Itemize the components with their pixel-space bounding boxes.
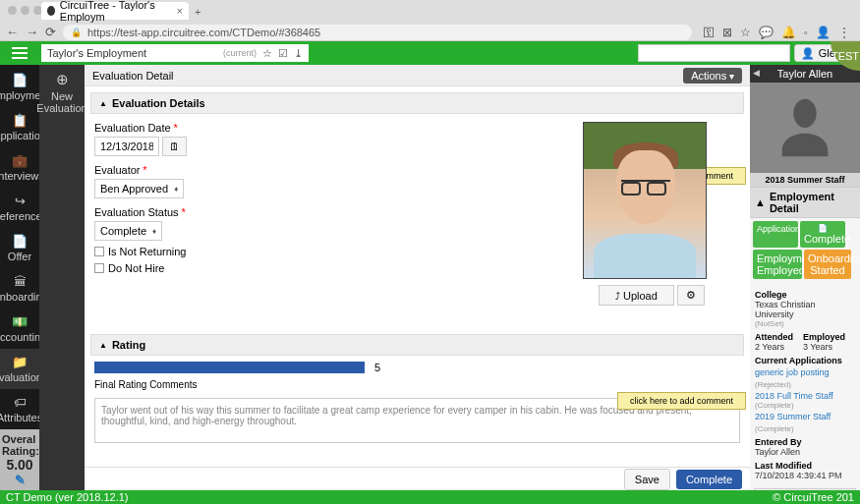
folder-icon: 📁: [12, 355, 28, 369]
rating-value: 5: [374, 362, 380, 373]
chat-icon[interactable]: 💬: [759, 26, 774, 39]
status-cards: Application 📄 Complete EmploymentEmploye…: [750, 218, 860, 282]
label-curapps: Current Applications: [755, 356, 855, 365]
link-app3[interactable]: 2019 Summer Staff: [755, 412, 831, 421]
translate-icon[interactable]: ⊠: [722, 26, 732, 39]
card-employment[interactable]: EmploymentEmployed: [753, 250, 802, 279]
actions-dropdown[interactable]: Actions ▾: [683, 68, 742, 84]
link-app2[interactable]: 2018 Full Time Staff: [755, 391, 833, 401]
lock-icon: 🔒: [71, 28, 82, 37]
label-college: College: [755, 290, 855, 300]
forward-icon[interactable]: →: [26, 25, 38, 39]
label-employed: Employed: [803, 332, 845, 342]
url-toolbar: ← → ⟳ 🔒 https://test-app.circuitree.com/…: [0, 23, 860, 41]
checkbox-icon: [94, 247, 104, 256]
staff-label: 2018 Summer Staff: [750, 173, 860, 187]
main-panel: Evaluation Detail Actions ▾ ▲ Evaluation…: [85, 65, 750, 490]
avatar: [750, 83, 860, 173]
app-footer: CT Demo (ver 2018.12.1) © CircuiTree 201: [0, 490, 860, 504]
url-text: https://test-app.circuitree.com/CTDemo/#…: [87, 27, 320, 38]
bank-icon: 🏛: [14, 274, 27, 289]
nav-onboarding[interactable]: 🏛Onboarding: [0, 268, 39, 308]
download-icon[interactable]: ⤓: [294, 47, 303, 60]
nav-accounting[interactable]: 💵Accounting: [0, 308, 39, 349]
breadcrumb-current: (current): [223, 48, 257, 58]
nav-application[interactable]: 📋Application: [0, 107, 39, 147]
right-panel: ◀ Taylor Allen 2018 Summer Staff ▲Employ…: [750, 65, 860, 490]
key-icon[interactable]: ⚿: [703, 26, 715, 39]
favorite-icon[interactable]: ☆: [262, 47, 272, 60]
value-college: Texas Christian University: [755, 300, 855, 319]
sub-rail: ⊕ New Evaluation: [39, 65, 85, 490]
back-icon[interactable]: ←: [6, 25, 19, 39]
rating-bar: 5: [94, 362, 740, 373]
calendar-icon: 🗓: [169, 140, 180, 152]
card-application[interactable]: Application: [753, 221, 798, 248]
close-tab-icon[interactable]: ×: [177, 5, 183, 17]
card-app-status: 📄 Complete: [800, 221, 845, 248]
person-name: Taylor Allen: [777, 68, 832, 80]
complete-button[interactable]: Complete: [676, 470, 742, 489]
select-arrow-icon: ♦: [174, 185, 178, 194]
value-attended: 2 Years: [755, 342, 793, 352]
info-block: College Texas Christian University (NotS…: [750, 282, 860, 484]
global-search-input[interactable]: [638, 44, 790, 62]
overall-rating: Overal Rating: 5.00 ✎: [0, 429, 39, 491]
tab-title: CircuiTree - Taylor's Employm: [60, 0, 172, 23]
apps-icon[interactable]: ◦: [804, 26, 808, 39]
star-icon[interactable]: ☆: [740, 26, 751, 39]
rating-fill: [94, 362, 365, 373]
nav-interviews[interactable]: 💼Interviews: [0, 147, 39, 188]
page-header: Evaluation Detail Actions ▾: [85, 65, 750, 86]
reload-icon[interactable]: ⟳: [45, 25, 56, 39]
select-arrow-icon: ♦: [152, 227, 156, 236]
upload-button[interactable]: ⤴ Upload: [599, 285, 674, 306]
evaluator-select[interactable]: Ben Approved♦: [94, 179, 184, 198]
section-evaluation-details[interactable]: ▲ Evaluation Details: [90, 92, 744, 114]
label-enteredby: Entered By: [755, 437, 855, 447]
nav-attributes[interactable]: 🏷Attributes: [0, 389, 39, 429]
traffic-lights: [8, 6, 42, 15]
clip-icon: 📋: [12, 113, 28, 128]
emp-detail-bar[interactable]: ▲Employment Detail: [750, 187, 860, 218]
briefcase-icon: 💼: [12, 153, 28, 168]
employee-photo: [583, 122, 707, 279]
sub-new-evaluation[interactable]: ⊕ New Evaluation: [39, 65, 85, 120]
nav-evaluations[interactable]: 📁Evaluations: [0, 349, 39, 389]
browser-tab[interactable]: CircuiTree - Taylor's Employm ×: [41, 2, 189, 20]
photo-block: ⤴ Upload ⚙: [583, 122, 720, 306]
nav-references[interactable]: ↪References: [0, 188, 39, 228]
hamburger-icon[interactable]: [0, 41, 39, 65]
avatar-icon[interactable]: 👤: [816, 26, 831, 39]
nav-offer[interactable]: 📄Offer: [0, 228, 39, 268]
tag-icon: 🏷: [14, 395, 27, 410]
share-icon: ↪: [15, 194, 26, 208]
breadcrumb: Taylor's Employment (current) ☆ ☑ ⤓: [41, 44, 309, 62]
notif-icon[interactable]: 🔔: [781, 26, 796, 39]
label-comments: Final Rating Comments: [94, 379, 740, 390]
url-bar[interactable]: 🔒 https://test-app.circuitree.com/CTDemo…: [63, 25, 692, 40]
status-select[interactable]: Complete♦: [94, 221, 162, 241]
rating-track[interactable]: [94, 362, 365, 373]
checkbox-icon: [94, 263, 104, 273]
link-app1[interactable]: generic job posting: [755, 367, 830, 377]
card-onboarding[interactable]: OnboardingStarted: [804, 250, 851, 279]
calendar-button[interactable]: 🗓: [162, 137, 187, 156]
edit-icon[interactable]: ☑: [278, 47, 288, 60]
section-rating[interactable]: ▲ Rating: [90, 334, 744, 356]
breadcrumb-title: Taylor's Employment: [47, 47, 146, 59]
eval-date-input[interactable]: [94, 137, 159, 156]
new-tab-button[interactable]: +: [195, 6, 201, 18]
save-button[interactable]: Save: [624, 469, 670, 490]
value-employed: 3 Years: [803, 342, 845, 352]
menu-icon[interactable]: ⋮: [838, 26, 850, 39]
app-header: Taylor's Employment (current) ☆ ☑ ⤓ 👤 Gl…: [0, 41, 860, 65]
plus-circle-icon: ⊕: [56, 71, 69, 88]
collapse-icon: ▲: [99, 341, 107, 350]
nav-employment[interactable]: 📄Employment: [0, 67, 39, 107]
action-footer: Save Complete: [85, 467, 750, 490]
pencil-icon[interactable]: ✎: [2, 473, 37, 487]
add-comment-rating[interactable]: click here to add comment: [617, 392, 746, 410]
triangle-left-icon[interactable]: ◀: [753, 68, 760, 78]
photo-settings-button[interactable]: ⚙: [677, 285, 705, 306]
